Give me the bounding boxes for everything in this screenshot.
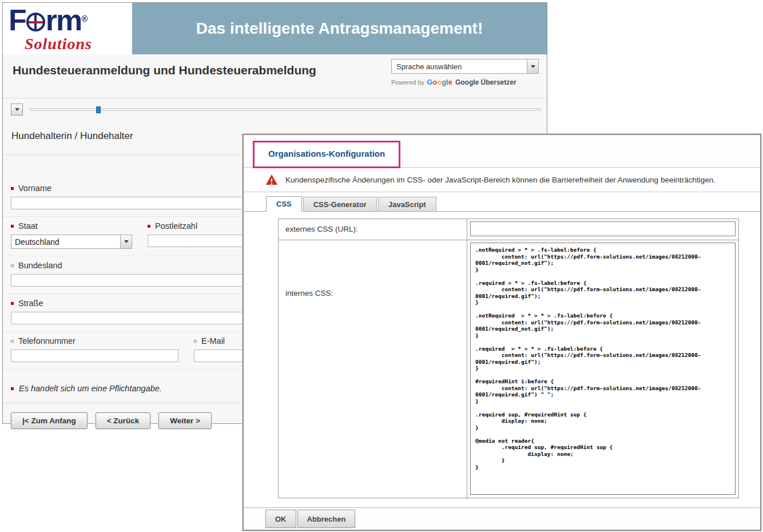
- config-tab-strip: CSS CSS-Generator JavaScript: [244, 192, 760, 212]
- progress-slider-row: [3, 98, 547, 121]
- internal-css-cell: .notRequired > * > .fs-label:before { co…: [467, 240, 738, 499]
- back-button[interactable]: < Zurück: [96, 412, 151, 429]
- telefonnummer-field: Telefonnummer: [11, 336, 178, 362]
- logo-letter-f: F: [9, 3, 26, 37]
- tab-css[interactable]: CSS: [266, 196, 302, 212]
- warning-text: Kundenspezifische Änderungen im CSS- ode…: [285, 176, 716, 184]
- staat-select[interactable]: Deutschland: [11, 235, 132, 249]
- required-marker: [11, 302, 14, 305]
- required-marker: [148, 225, 150, 228]
- telefonnummer-input[interactable]: [11, 350, 178, 362]
- dialog-footer: OK Abbrechen: [244, 507, 760, 530]
- progress-slider-track[interactable]: [29, 108, 541, 111]
- page-title: Hundesteueranmeldung und Hundesteuerabme…: [13, 63, 316, 77]
- bundesland-label: Bundesland: [18, 261, 62, 270]
- vorname-label: Vorname: [18, 184, 51, 193]
- powered-by-label: Powered by: [391, 79, 424, 86]
- google-logo: Google: [427, 78, 452, 86]
- registered-mark: ®: [81, 14, 86, 23]
- app-header: Frm® Solutions Das intelligente Antragsm…: [3, 3, 547, 54]
- internal-css-textarea[interactable]: .notRequired > * > .fs-label:before { co…: [470, 243, 736, 495]
- external-css-label: externes CSS (URL):: [279, 219, 467, 240]
- required-marker: [11, 387, 14, 390]
- screen: Frm® Solutions Das intelligente Antragsm…: [0, 0, 763, 532]
- required-marker: [11, 225, 14, 228]
- google-attribution: Powered byGoogleGoogle Übersetzer: [391, 78, 539, 86]
- form-solutions-logo: Frm® Solutions: [3, 3, 132, 54]
- optional-marker: [11, 340, 14, 343]
- strasse-label: Straße: [18, 299, 43, 308]
- google-translator-label: Google Übersetzer: [455, 78, 516, 86]
- slider-menu-button[interactable]: [11, 104, 23, 116]
- required-note: Es handelt sich um eine Pflichtangabe.: [19, 384, 162, 393]
- dialog-title: Organisations-Konfiguration: [268, 149, 385, 158]
- internal-css-label: internes CSS:: [279, 240, 467, 499]
- warning-icon: [266, 174, 278, 185]
- next-button[interactable]: Weiter >: [158, 412, 212, 429]
- organisation-config-dialog: Organisations-Konfiguration Kundenspezif…: [243, 134, 761, 531]
- email-label: E-Mail: [201, 336, 225, 346]
- language-widget: Sprache auswählen Powered byGoogleGoogle…: [391, 59, 539, 86]
- header-tagline: Das intelligente Antragsmanagement!: [196, 19, 483, 38]
- language-select-value: Sprache auswählen: [396, 62, 462, 71]
- staat-field: Staat Deutschland: [11, 221, 132, 249]
- external-css-input[interactable]: [470, 221, 736, 236]
- tab-css-generator[interactable]: CSS-Generator: [303, 197, 377, 211]
- postleitzahl-label: Postleitzahl: [155, 221, 197, 231]
- cancel-button[interactable]: Abbrechen: [297, 510, 356, 528]
- staat-label: Staat: [18, 221, 38, 231]
- globe-icon: [26, 13, 45, 31]
- external-css-cell: [467, 219, 738, 240]
- logo-subtitle: Solutions: [25, 36, 128, 52]
- ok-button[interactable]: OK: [265, 510, 296, 528]
- page-title-row: Hundesteueranmeldung und Hundesteuerabme…: [3, 54, 547, 98]
- required-marker: [11, 187, 14, 190]
- telefonnummer-label: Telefonnummer: [18, 336, 75, 346]
- css-config-panel: externes CSS (URL): internes CSS: .notRe…: [278, 219, 739, 498]
- chevron-down-icon[interactable]: [120, 235, 132, 248]
- logo-letters-rm: rm: [46, 3, 81, 37]
- dialog-header: Organisations-Konfiguration: [244, 135, 760, 168]
- accessibility-warning-row: Kundenspezifische Änderungen im CSS- ode…: [244, 168, 760, 192]
- optional-marker: [194, 340, 197, 343]
- to-start-button[interactable]: |< Zum Anfang: [11, 412, 88, 429]
- dialog-title-highlight-box: Organisations-Konfiguration: [253, 141, 400, 168]
- logo-wordmark: Frm®: [9, 5, 128, 35]
- language-select[interactable]: Sprache auswählen: [391, 59, 539, 74]
- optional-marker: [11, 264, 14, 267]
- chevron-down-icon: [15, 108, 19, 111]
- tab-javascript[interactable]: JavaScript: [378, 197, 436, 211]
- progress-slider-thumb[interactable]: [96, 106, 101, 113]
- staat-select-value: Deutschland: [15, 237, 59, 247]
- header-tagline-bar: Das intelligente Antragsmanagement!: [132, 3, 547, 54]
- chevron-down-icon[interactable]: [527, 59, 538, 73]
